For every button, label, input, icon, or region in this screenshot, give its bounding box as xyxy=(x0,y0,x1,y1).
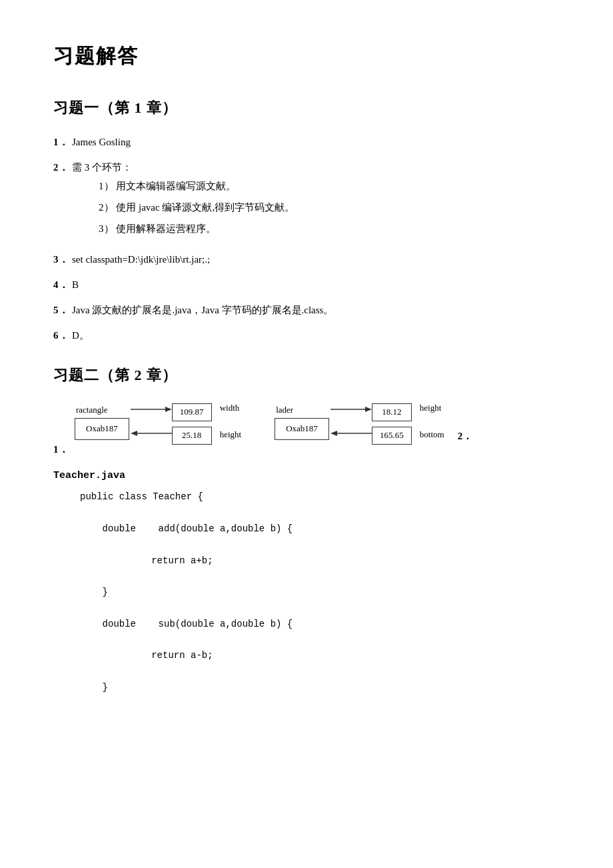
diag1-field1: width xyxy=(220,401,242,415)
diag1-label: ractangle xyxy=(76,403,108,417)
q2-content: 需 3 个环节： 1） 用文本编辑器编写源文献。 2） 使用 javac 编译源… xyxy=(72,159,560,242)
q6-num: 6． xyxy=(53,327,69,343)
q2-sub1: 1） 用文本编辑器编写源文献。 xyxy=(99,178,560,194)
q2-sublist: 1） 用文本编辑器编写源文献。 2） 使用 javac 编译源文献,得到字节码文… xyxy=(99,178,560,237)
filename-row: Teacher.java xyxy=(53,467,560,484)
code-line-12: } xyxy=(80,680,560,696)
section2-q1-row: 1． ractangle Oxab187 xyxy=(53,401,560,457)
code-line-10: return a-b; xyxy=(107,648,560,664)
svg-marker-7 xyxy=(330,431,337,436)
s2-q1-num: 1． xyxy=(53,441,69,457)
code-line-0: public class Teacher { xyxy=(80,489,560,505)
svg-marker-1 xyxy=(165,407,172,412)
diag1-fields: width height xyxy=(220,401,242,441)
diagrams-container: ractangle Oxab187 109.87 25.18 xyxy=(75,401,444,441)
s2-q2-label-group: 2． xyxy=(458,428,473,444)
diag1-val1: 109.87 xyxy=(172,403,212,421)
question-1: 1． James Gosling xyxy=(53,134,560,150)
question-4: 4． B xyxy=(53,277,560,293)
q5-text: Java 源文献的扩展名是.java，Java 字节码的扩展名是.class。 xyxy=(72,302,560,318)
q2-num: 2． xyxy=(53,159,69,175)
code-line-2: double add(double a,double b) { xyxy=(80,521,560,537)
q3-num: 3． xyxy=(53,251,69,267)
filename-label: Teac xyxy=(53,470,77,481)
code-line-11 xyxy=(80,664,560,680)
main-title: 习题解答 xyxy=(53,40,560,72)
q4-text: B xyxy=(72,277,560,293)
diag1-val2: 25.18 xyxy=(172,427,212,445)
q5-num: 5． xyxy=(53,302,69,318)
diag1-box: Oxab187 xyxy=(75,418,129,440)
code-line-3 xyxy=(80,537,560,553)
diag2-val2: 165.65 xyxy=(372,427,412,445)
diag2-arrows: 18.12 165.65 xyxy=(330,401,417,441)
code-line-1 xyxy=(80,505,560,521)
diag2-val1: 18.12 xyxy=(372,403,412,421)
q2-text: 需 3 个环节： xyxy=(72,162,132,173)
question-3: 3． set classpath=D:\jdk\jre\lib\rt.jar;.… xyxy=(53,251,560,267)
s2-q2-label: 2． xyxy=(458,431,473,441)
diag1-left: ractangle Oxab187 xyxy=(75,403,129,441)
code-line-8: double sub(double a,double b) { xyxy=(80,617,560,633)
diag1-arrows: 109.87 25.18 xyxy=(131,401,217,441)
code-line-7 xyxy=(80,601,560,617)
code-line-5 xyxy=(80,569,560,585)
diag2-fields: height bottom xyxy=(420,401,444,441)
code-line-6: } xyxy=(80,585,560,601)
diag2-label: lader xyxy=(276,403,293,417)
question-2: 2． 需 3 个环节： 1） 用文本编辑器编写源文献。 2） 使用 javac … xyxy=(53,159,560,242)
q1-num: 1． xyxy=(53,134,69,150)
svg-marker-5 xyxy=(365,407,372,412)
section2: 习题二（第 2 章） 1． ractangle Oxab187 xyxy=(53,363,560,696)
diagram2: lader Oxab187 18.12 165.65 heigh xyxy=(275,401,444,441)
question-6: 6． D。 xyxy=(53,327,560,343)
diag2-box: Oxab187 xyxy=(275,418,329,440)
q3-text: set classpath=D:\jdk\jre\lib\rt.jar;.; xyxy=(72,251,560,267)
q1-text: James Gosling xyxy=(72,134,560,150)
question-5: 5． Java 源文献的扩展名是.java，Java 字节码的扩展名是.clas… xyxy=(53,302,560,318)
code-line-4: return a+b; xyxy=(107,553,560,569)
diag2-field2: bottom xyxy=(420,428,444,442)
q2-sub2: 2） 使用 javac 编译源文献,得到字节码文献。 xyxy=(99,199,560,215)
diagram1: ractangle Oxab187 109.87 25.18 xyxy=(75,401,241,441)
diag2-left: lader Oxab187 xyxy=(275,403,329,441)
section1-title: 习题一（第 1 章） xyxy=(53,96,560,119)
section1: 习题一（第 1 章） 1． James Gosling 2． 需 3 个环节： … xyxy=(53,96,560,343)
code-line-9 xyxy=(80,633,560,649)
q6-text: D。 xyxy=(72,327,560,343)
svg-marker-3 xyxy=(131,431,137,436)
q4-num: 4． xyxy=(53,277,69,293)
q2-sub3: 3） 使用解释器运营程序。 xyxy=(99,221,560,237)
diag1-field2: height xyxy=(220,428,242,442)
filename-label2: her.java xyxy=(77,470,125,481)
code-block: public class Teacher { double add(double… xyxy=(80,489,560,695)
section2-title: 习题二（第 2 章） xyxy=(53,363,560,387)
diag2-field1: height xyxy=(420,401,444,415)
